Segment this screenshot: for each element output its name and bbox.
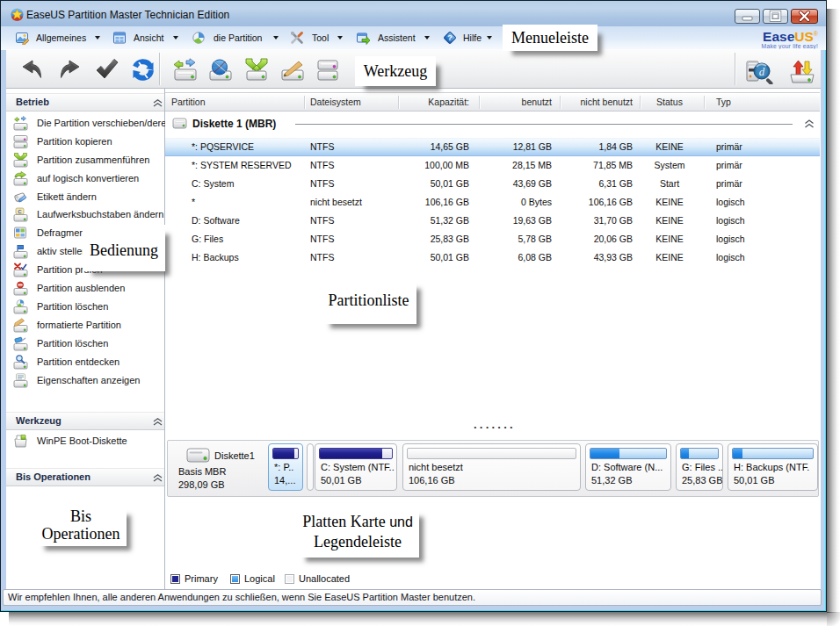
svg-text:d: d xyxy=(759,65,765,78)
svg-text:?: ? xyxy=(447,33,453,42)
svg-text:C: C xyxy=(18,209,22,214)
